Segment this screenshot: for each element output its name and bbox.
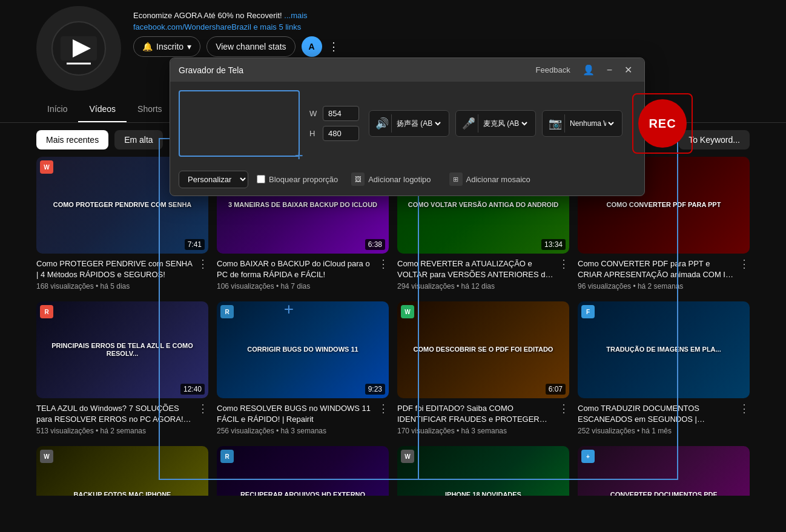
rec-label: REC bbox=[638, 99, 687, 148]
tab-videos[interactable]: Vídeos bbox=[78, 97, 127, 122]
video-duration: 12:40 bbox=[180, 384, 205, 395]
lock-ratio-label[interactable]: Bloquear proporção bbox=[257, 175, 338, 184]
feedback-button[interactable]: Feedback bbox=[532, 64, 574, 76]
video-more-button[interactable]: ⋮ bbox=[739, 258, 750, 269]
video-meta: 252 visualizações • há 1 mês bbox=[578, 427, 734, 435]
video-info: Como BAIXAR o BACKUP do iCloud para o PC… bbox=[217, 254, 389, 293]
video-info: Como PROTEGER PENDRIVE com SENHA | 4 Mét… bbox=[36, 254, 208, 293]
video-more-button[interactable]: ⋮ bbox=[558, 403, 569, 414]
video-card-10[interactable]: R RECUPERAR ARQUIVOS HD EXTERNO Como rec… bbox=[217, 446, 389, 496]
video-title: Como RESOLVER BUGS no WINDOWS 11 FÁCIL e… bbox=[217, 403, 373, 425]
thumb-overlay: W BACKUP FOTOS MAC iPHONE bbox=[36, 446, 208, 496]
channel-icon: + bbox=[581, 450, 595, 463]
video-duration: 13:34 bbox=[541, 239, 566, 250]
width-row: W bbox=[309, 106, 359, 121]
video-more-button[interactable]: ⋮ bbox=[739, 403, 750, 414]
recorder-body: ✛ W H 🔊 扬声器 (AB13... 🎤 bbox=[170, 82, 644, 165]
video-details: Como RESOLVER BUGS no WINDOWS 11 FÁCIL e… bbox=[217, 403, 373, 435]
thumb-text: COMO CONVERTER PDF para PPT bbox=[607, 201, 721, 209]
video-more-button[interactable]: ⋮ bbox=[197, 258, 208, 269]
filter-recent-button[interactable]: Mais recentes bbox=[36, 130, 108, 149]
video-duration: 6:07 bbox=[546, 384, 566, 395]
channel-stats-button[interactable]: View channel stats bbox=[206, 36, 295, 57]
video-info: Como TRADUZIR DOCUMENTOS ESCANEADOS em S… bbox=[578, 398, 750, 438]
thumb-text: PRINCIPAIS ERROS DE TELA AZUL E COMO RES… bbox=[41, 342, 203, 358]
thumb-text: 3 MANEIRAS DE BAIXAR BACKUP do iCLOUD bbox=[228, 201, 377, 209]
record-button[interactable]: REC bbox=[632, 93, 693, 154]
video-meta: 106 visualizações • há 7 dias bbox=[217, 282, 373, 291]
video-details: Como TRADUZIR DOCUMENTOS ESCANEADOS em S… bbox=[578, 403, 734, 435]
video-thumbnail: R PRINCIPAIS ERROS DE TELA AZUL E COMO R… bbox=[36, 301, 208, 398]
add-logo-button[interactable]: 🖼 Adicionar logotipo bbox=[346, 170, 435, 188]
thumb-text: iPhone 18 NOVIDADES bbox=[445, 491, 521, 496]
thumb-overlay: W COMO DESCOBRIR SE O PDF FOI EDITADO bbox=[397, 301, 569, 398]
user-avatar[interactable]: A bbox=[302, 36, 322, 57]
speaker-select[interactable]: 扬声器 (AB13... bbox=[394, 119, 443, 128]
video-more-button[interactable]: ⋮ bbox=[197, 403, 208, 414]
thumb-text: RECUPERAR ARQUIVOS HD EXTERNO bbox=[240, 491, 365, 496]
recorder-window: Gravador de Tela Feedback 👤 − ✕ ✛ W H 🔊 bbox=[170, 57, 645, 196]
height-input[interactable] bbox=[323, 126, 359, 141]
user-account-button[interactable]: 👤 bbox=[579, 63, 598, 77]
webcam-icon: 📷 bbox=[549, 117, 562, 130]
video-details: Como BAIXAR o BACKUP do iCloud para o PC… bbox=[217, 258, 373, 291]
recorder-bottom: Personalizar Bloquear proporção 🖼 Adicio… bbox=[170, 165, 644, 195]
video-card-5[interactable]: R PRINCIPAIS ERROS DE TELA AZUL E COMO R… bbox=[36, 301, 208, 438]
video-grid: W COMO PROTEGER PENDRIVE com SENHA 7:41 … bbox=[0, 157, 786, 496]
tab-inicio[interactable]: Início bbox=[36, 97, 78, 122]
channel-link: facebook.com/WondershareBrazil e mais 5 … bbox=[133, 22, 750, 31]
subscribe-button[interactable]: 🔔 Inscrito ▾ bbox=[133, 36, 200, 57]
preset-group: Personalizar bbox=[179, 171, 248, 188]
video-info: PDF foi EDITADO? Saiba COMO IDENTIFICAR … bbox=[397, 398, 569, 438]
channel-icon: R bbox=[40, 305, 53, 318]
more-options-button[interactable]: ⋮ bbox=[328, 40, 339, 53]
video-more-button[interactable]: ⋮ bbox=[558, 258, 569, 269]
thumb-overlay: F TRADUÇÃO DE IMAGENS EM PLA... bbox=[578, 301, 750, 398]
crosshair-icon: ✛ bbox=[294, 151, 303, 160]
video-thumbnail: W BACKUP FOTOS MAC iPHONE bbox=[36, 446, 208, 496]
width-input[interactable] bbox=[323, 106, 359, 121]
video-thumbnail: R CORRIGIR BUGS DO WINDOWS 11 9:23 bbox=[217, 301, 389, 398]
video-info: Como RESOLVER BUGS no WINDOWS 11 FÁCIL e… bbox=[217, 398, 389, 438]
channel-icon: W bbox=[401, 450, 414, 463]
webcam-select[interactable]: Nenhuma We... bbox=[567, 119, 616, 128]
lock-ratio-checkbox[interactable] bbox=[257, 175, 265, 183]
minimize-button[interactable]: − bbox=[603, 64, 616, 77]
mic-select[interactable]: 麦克风 (AB13... bbox=[481, 119, 529, 128]
video-more-button[interactable]: ⋮ bbox=[378, 403, 389, 414]
video-thumbnail: F TRADUÇÃO DE IMAGENS EM PLA... bbox=[578, 301, 750, 398]
channel-icon: W bbox=[40, 160, 53, 174]
video-card-7[interactable]: W COMO DESCOBRIR SE O PDF FOI EDITADO 6:… bbox=[397, 301, 569, 438]
thumb-text: COMO DESCOBRIR SE O PDF FOI EDITADO bbox=[414, 346, 553, 353]
channel-icon: R bbox=[220, 305, 234, 318]
thumb-overlay: R RECUPERAR ARQUIVOS HD EXTERNO bbox=[217, 446, 389, 496]
recorder-titlebar: Gravador de Tela Feedback 👤 − ✕ bbox=[170, 58, 644, 82]
video-card-8[interactable]: F TRADUÇÃO DE IMAGENS EM PLA... Como TRA… bbox=[578, 301, 750, 438]
video-card-6[interactable]: R CORRIGIR BUGS DO WINDOWS 11 9:23 Como … bbox=[217, 301, 389, 438]
thumb-text: CONVERTER DOCUMENTOS PDF bbox=[610, 491, 717, 496]
mic-control: 🎤 麦克风 (AB13... bbox=[455, 110, 536, 137]
video-duration: 6:38 bbox=[365, 239, 385, 250]
video-title: PDF foi EDITADO? Saiba COMO IDENTIFICAR … bbox=[397, 403, 553, 425]
video-duration: 7:41 bbox=[185, 239, 205, 250]
add-mosaic-button[interactable]: ⊞ Adicionar mosaico bbox=[444, 170, 535, 188]
video-card-12[interactable]: + CONVERTER DOCUMENTOS PDF Como converte… bbox=[578, 446, 750, 496]
close-button[interactable]: ✕ bbox=[621, 63, 636, 77]
video-card-9[interactable]: W BACKUP FOTOS MAC iPHONE Como fazer bac… bbox=[36, 446, 208, 496]
tab-shorts[interactable]: Shorts bbox=[127, 97, 173, 122]
video-details: Como PROTEGER PENDRIVE com SENHA | 4 Mét… bbox=[36, 258, 193, 291]
webcam-control: 📷 Nenhuma We... bbox=[542, 110, 623, 137]
filter-trending-button[interactable]: Em alta bbox=[114, 130, 162, 149]
video-info: Como REVERTER a ATUALIZAÇÃO e VOLTAR par… bbox=[397, 254, 569, 293]
thumb-text: COMO PROTEGER PENDRIVE com SENHA bbox=[53, 201, 192, 209]
channel-promo: Economize AGORA Até 60% no Recoverit! ..… bbox=[133, 11, 750, 20]
height-row: H bbox=[309, 126, 359, 141]
video-details: PDF foi EDITADO? Saiba COMO IDENTIFICAR … bbox=[397, 403, 553, 435]
thumb-overlay: + CONVERTER DOCUMENTOS PDF bbox=[578, 446, 750, 496]
recorder-canvas-area[interactable]: ✛ bbox=[179, 90, 300, 157]
video-info: TELA AZUL do Windows? 7 SOLUÇÕES para RE… bbox=[36, 398, 208, 438]
video-more-button[interactable]: ⋮ bbox=[378, 258, 389, 269]
preset-select[interactable]: Personalizar bbox=[179, 171, 248, 188]
video-details: Como CONVERTER PDF para PPT e CRIAR APRE… bbox=[578, 258, 734, 291]
video-card-11[interactable]: W iPhone 18 NOVIDADES iPhone 18 - Tudo q… bbox=[397, 446, 569, 496]
